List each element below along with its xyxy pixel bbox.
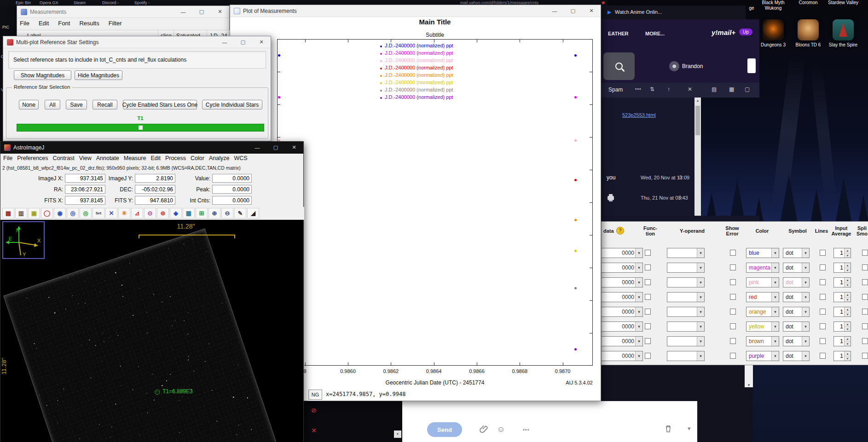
- dec-field[interactable]: -05:02:02.96: [135, 185, 175, 194]
- spinner-down-icon[interactable]: ▾: [845, 312, 851, 317]
- show-error-checkbox[interactable]: [730, 353, 736, 359]
- toggle-thumb[interactable]: [139, 126, 143, 130]
- y-operand-select[interactable]: ▾: [667, 277, 705, 287]
- mini-scrollbar[interactable]: ▾: [745, 365, 753, 387]
- lines-checkbox[interactable]: [820, 353, 826, 359]
- y-operand-select[interactable]: ▾: [667, 292, 705, 302]
- ymail-logo[interactable]: y!mail+: [712, 29, 735, 36]
- calendar-grid-icon[interactable]: ▦: [729, 86, 734, 92]
- menu-measure[interactable]: Measure: [124, 155, 146, 161]
- symbol-select[interactable]: dot▾: [783, 351, 810, 361]
- close-button[interactable]: ✕: [285, 142, 303, 153]
- tab-label[interactable]: Opera GX: [40, 0, 58, 5]
- input-average-spinner[interactable]: 1▴▾: [833, 292, 851, 302]
- desktop-icon-label[interactable]: PIC: [2, 25, 9, 29]
- desktop-icon-label[interactable]: Black Myth Wukong: [757, 0, 790, 11]
- scroll-down-button[interactable]: ▾: [394, 431, 401, 438]
- sidebar-toggle-icon[interactable]: ▢: [745, 86, 750, 92]
- star-toggle-bar[interactable]: [17, 124, 264, 132]
- show-error-checkbox[interactable]: [730, 309, 736, 315]
- menu-preferences[interactable]: Preferences: [17, 155, 48, 161]
- function-checkbox[interactable]: [645, 323, 651, 329]
- menu-font[interactable]: Font: [58, 20, 70, 27]
- function-checkbox[interactable]: [645, 294, 651, 300]
- bookmark-item[interactable]: Watch Anime Onlin...: [615, 9, 662, 15]
- smooth-checkbox[interactable]: [862, 294, 868, 300]
- lines-checkbox[interactable]: [820, 309, 826, 315]
- annulus-icon[interactable]: ◎: [67, 208, 79, 218]
- symbol-select[interactable]: dot▾: [783, 307, 810, 317]
- color-select[interactable]: purple▾: [746, 351, 779, 361]
- function-checkbox[interactable]: [645, 338, 651, 344]
- scroll-up-icon[interactable]: ▴: [694, 98, 701, 104]
- spinner-down-icon[interactable]: ▾: [845, 356, 851, 361]
- more-options-icon[interactable]: •••: [635, 86, 642, 92]
- search-tile[interactable]: [603, 52, 635, 80]
- user-name[interactable]: Brandon: [682, 63, 703, 69]
- y-operand-select[interactable]: ▾: [667, 263, 705, 273]
- astrometry-icon[interactable]: ◆: [170, 208, 182, 218]
- function-checkbox[interactable]: [645, 279, 651, 285]
- y-operand-select[interactable]: ▾: [667, 351, 705, 361]
- tab-label[interactable]: Discord -: [102, 0, 119, 5]
- spinner-down-icon[interactable]: ▾: [845, 298, 851, 302]
- more-compose-icon[interactable]: •••: [523, 427, 530, 432]
- aperture-settings-icon[interactable]: Set: [93, 208, 104, 218]
- spinner-down-icon[interactable]: ▾: [845, 268, 851, 273]
- menu-contrast[interactable]: Contrast: [53, 155, 75, 161]
- peak-field[interactable]: 0.0000: [212, 185, 252, 194]
- message-row[interactable]: you Wed, 20 Nov at 13:09 ☆: [601, 170, 694, 186]
- desktop-icon-label[interactable]: Stardew Valley: [827, 0, 860, 6]
- smooth-checkbox[interactable]: [862, 279, 868, 285]
- photometry-icon[interactable]: ⊚: [157, 208, 169, 218]
- smooth-checkbox[interactable]: [862, 353, 868, 359]
- none-button[interactable]: None: [19, 100, 39, 109]
- centroid-icon[interactable]: ⊙: [144, 208, 156, 218]
- close-button[interactable]: ✕: [211, 6, 229, 17]
- favorite-star-icon[interactable]: ☆: [677, 174, 683, 181]
- recall-button[interactable]: Recall: [93, 100, 117, 109]
- menu-file[interactable]: File: [20, 20, 29, 27]
- spinner-up-icon[interactable]: ▴: [845, 351, 851, 356]
- spinner-up-icon[interactable]: ▴: [845, 248, 851, 253]
- input-average-spinner[interactable]: 1▴▾: [833, 351, 851, 361]
- cycle-enabled-stars-button[interactable]: Cycle Enabled Stars Less One: [123, 100, 197, 109]
- function-checkbox[interactable]: [645, 264, 651, 270]
- crop-icon[interactable]: ▩: [2, 208, 14, 218]
- show-error-checkbox[interactable]: [730, 264, 736, 270]
- imagej-x-field[interactable]: 937.3145: [65, 174, 105, 183]
- plot-frame[interactable]: [277, 39, 593, 366]
- slay-the-spire-icon[interactable]: [833, 19, 854, 40]
- chevron-down-icon[interactable]: ▾: [688, 425, 691, 432]
- dataset-select[interactable]: 0000▾: [601, 336, 643, 346]
- aij-titlebar[interactable]: AstroImageJ — ▢ ✕: [0, 142, 303, 154]
- fits-y-field[interactable]: 947.6810: [135, 196, 175, 205]
- duplicate-icon[interactable]: ▥: [15, 208, 27, 218]
- favorite-star-icon[interactable]: ☆: [677, 194, 683, 201]
- minimize-button[interactable]: —: [215, 36, 234, 48]
- all-button[interactable]: All: [45, 100, 60, 109]
- image-canvas[interactable]: N E X Y 11.28" 11.28" T1=6.889E3: [0, 220, 303, 442]
- imagej-y-field[interactable]: 2.8190: [135, 174, 175, 183]
- smooth-checkbox[interactable]: [862, 323, 868, 329]
- dataset-select[interactable]: 0000▾: [601, 292, 643, 302]
- spinner-up-icon[interactable]: ▴: [845, 263, 851, 268]
- show-error-checkbox[interactable]: [730, 323, 736, 329]
- function-checkbox[interactable]: [645, 309, 651, 315]
- oval-roi-icon[interactable]: ◯: [41, 208, 53, 218]
- dataset-select[interactable]: 0000▾: [601, 263, 643, 273]
- smooth-checkbox[interactable]: [862, 250, 868, 256]
- lines-checkbox[interactable]: [820, 338, 826, 344]
- avatar[interactable]: ☻: [669, 61, 679, 71]
- menu-file[interactable]: File: [3, 155, 12, 161]
- desktop-icon-label[interactable]: Bloons TD 6: [792, 42, 825, 48]
- input-average-spinner[interactable]: 1▴▾: [833, 248, 851, 258]
- message-row[interactable]: Thu, 21 Nov at 03:43 ☆: [601, 190, 694, 206]
- function-checkbox[interactable]: [645, 250, 651, 256]
- symbol-select[interactable]: dot▾: [783, 321, 810, 332]
- dataset-select[interactable]: 0000▾: [601, 277, 643, 287]
- close-icon[interactable]: ✕: [688, 86, 692, 92]
- color-select[interactable]: yellow▾: [746, 321, 779, 332]
- multi-aperture-icon[interactable]: ✕: [105, 208, 117, 218]
- input-average-spinner[interactable]: 1▴▾: [833, 277, 851, 287]
